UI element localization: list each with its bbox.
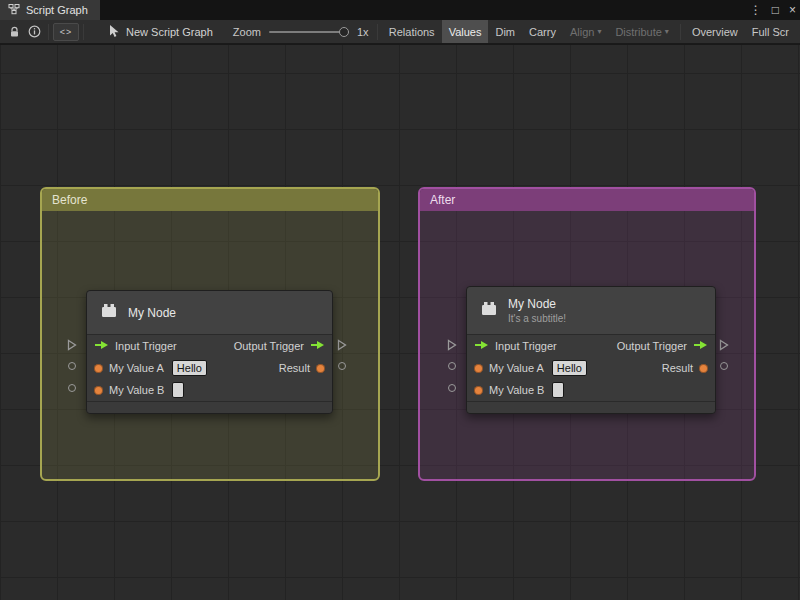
node-icon bbox=[99, 301, 119, 325]
result-port-icon[interactable] bbox=[699, 364, 708, 373]
fullscreen-label: Full Scr bbox=[752, 26, 789, 38]
code-view-button[interactable]: <> bbox=[53, 23, 79, 41]
external-input-trigger-port[interactable] bbox=[67, 339, 77, 351]
graph-canvas[interactable]: Before After bbox=[0, 45, 800, 600]
output-trigger-label: Output Trigger bbox=[617, 340, 687, 352]
distribute-dropdown[interactable]: Distribute▾ bbox=[608, 20, 675, 43]
input-trigger-port-icon[interactable] bbox=[94, 340, 109, 352]
external-input-trigger-port[interactable] bbox=[447, 339, 457, 351]
zoom-control: Zoom 1x bbox=[233, 26, 369, 38]
result-label: Result bbox=[279, 362, 310, 374]
cursor-icon bbox=[108, 24, 120, 40]
fullscreen-button[interactable]: Full Scr bbox=[745, 20, 796, 43]
unity-window: Script Graph ⋮ □ × <> bbox=[0, 0, 800, 600]
node-title: My Node bbox=[508, 297, 566, 311]
relations-label: Relations bbox=[389, 26, 435, 38]
info-icon[interactable] bbox=[24, 20, 44, 43]
node-icon bbox=[479, 299, 499, 323]
node-my-node-after[interactable]: My Node It's a subtitle! Input Trigger O… bbox=[466, 286, 716, 414]
window-maximize-button[interactable]: □ bbox=[772, 0, 779, 20]
graph-toolbar: <> New Script Graph Zoom 1x Relations Va… bbox=[0, 20, 800, 44]
result-label: Result bbox=[662, 362, 693, 374]
zoom-label: Zoom bbox=[233, 26, 261, 38]
zoom-slider-track bbox=[269, 31, 349, 33]
tab-bar: Script Graph ⋮ □ × bbox=[0, 0, 800, 20]
circle-port-icon bbox=[338, 362, 346, 370]
external-value-b-port[interactable] bbox=[448, 384, 456, 392]
value-b-port-icon[interactable] bbox=[94, 386, 103, 395]
external-output-trigger-port[interactable] bbox=[337, 339, 347, 351]
align-dropdown[interactable]: Align▾ bbox=[563, 20, 608, 43]
input-trigger-port-icon[interactable] bbox=[474, 340, 489, 352]
window-controls: ⋮ □ × bbox=[750, 0, 796, 20]
external-value-b-port[interactable] bbox=[68, 384, 76, 392]
dim-button[interactable]: Dim bbox=[488, 20, 522, 43]
carry-button[interactable]: Carry bbox=[522, 20, 563, 43]
value-b-label: My Value B bbox=[109, 384, 164, 396]
overview-label: Overview bbox=[692, 26, 738, 38]
carry-label: Carry bbox=[529, 26, 556, 38]
zoom-slider[interactable] bbox=[269, 26, 349, 38]
input-trigger-label: Input Trigger bbox=[115, 340, 177, 352]
value-b-input[interactable] bbox=[552, 382, 564, 398]
node-footer bbox=[87, 401, 332, 413]
chevron-down-icon: ▾ bbox=[665, 27, 669, 36]
tab-script-graph[interactable]: Script Graph bbox=[0, 0, 100, 20]
toolbar-buttons: Relations Values Dim Carry Align▾ Distri… bbox=[373, 20, 796, 43]
circle-port-icon bbox=[68, 362, 76, 370]
port-row-value-b: My Value B bbox=[87, 379, 332, 401]
window-close-button[interactable]: × bbox=[789, 0, 796, 20]
circle-port-icon bbox=[68, 384, 76, 392]
dim-label: Dim bbox=[495, 26, 515, 38]
node-my-node-before[interactable]: My Node Input Trigger Output Trigger bbox=[86, 290, 333, 414]
group-after-header[interactable]: After bbox=[420, 189, 754, 211]
value-a-input[interactable]: Hello bbox=[172, 360, 207, 376]
zoom-slider-knob[interactable] bbox=[339, 27, 349, 37]
port-row-value-a: My Value A Hello Result bbox=[467, 357, 715, 379]
relations-button[interactable]: Relations bbox=[382, 20, 442, 43]
chevron-down-icon: ▾ bbox=[597, 27, 601, 36]
lock-icon[interactable] bbox=[4, 20, 24, 43]
node-header[interactable]: My Node It's a subtitle! bbox=[467, 287, 715, 335]
port-row-value-a: My Value A Hello Result bbox=[87, 357, 332, 379]
external-result-port[interactable] bbox=[338, 362, 346, 370]
result-port-icon[interactable] bbox=[316, 364, 325, 373]
circle-port-icon bbox=[720, 362, 728, 370]
values-button[interactable]: Values bbox=[442, 20, 489, 43]
value-a-input[interactable]: Hello bbox=[552, 360, 587, 376]
circle-port-icon bbox=[448, 362, 456, 370]
value-a-port-icon[interactable] bbox=[94, 364, 103, 373]
external-value-a-port[interactable] bbox=[68, 362, 76, 370]
script-graph-icon bbox=[8, 3, 20, 17]
node-footer bbox=[467, 401, 715, 413]
external-output-trigger-port[interactable] bbox=[719, 339, 729, 351]
node-header[interactable]: My Node bbox=[87, 291, 332, 335]
value-b-label: My Value B bbox=[489, 384, 544, 396]
toolbar-separator bbox=[680, 24, 681, 40]
graph-name-area[interactable]: New Script Graph bbox=[108, 24, 213, 40]
output-trigger-port-icon[interactable] bbox=[310, 340, 325, 352]
external-value-a-port[interactable] bbox=[448, 362, 456, 370]
toolbar-separator bbox=[83, 24, 84, 40]
value-a-label: My Value A bbox=[109, 362, 164, 374]
toolbar-separator bbox=[48, 24, 49, 40]
group-before-header[interactable]: Before bbox=[42, 189, 378, 211]
values-label: Values bbox=[449, 26, 482, 38]
group-after-title: After bbox=[430, 193, 455, 207]
value-a-label: My Value A bbox=[489, 362, 544, 374]
overview-button[interactable]: Overview bbox=[685, 20, 745, 43]
node-title: My Node bbox=[128, 306, 176, 320]
value-b-port-icon[interactable] bbox=[474, 386, 483, 395]
window-menu-button[interactable]: ⋮ bbox=[750, 0, 762, 20]
output-trigger-port-icon[interactable] bbox=[693, 340, 708, 352]
output-trigger-label: Output Trigger bbox=[234, 340, 304, 352]
port-row-trigger: Input Trigger Output Trigger bbox=[87, 335, 332, 357]
value-b-input[interactable] bbox=[172, 382, 184, 398]
zoom-value: 1x bbox=[357, 26, 369, 38]
tab-title: Script Graph bbox=[26, 4, 88, 16]
graph-name-label: New Script Graph bbox=[126, 26, 213, 38]
node-subtitle: It's a subtitle! bbox=[508, 313, 566, 324]
external-result-port[interactable] bbox=[720, 362, 728, 370]
align-label: Align bbox=[570, 26, 594, 38]
value-a-port-icon[interactable] bbox=[474, 364, 483, 373]
